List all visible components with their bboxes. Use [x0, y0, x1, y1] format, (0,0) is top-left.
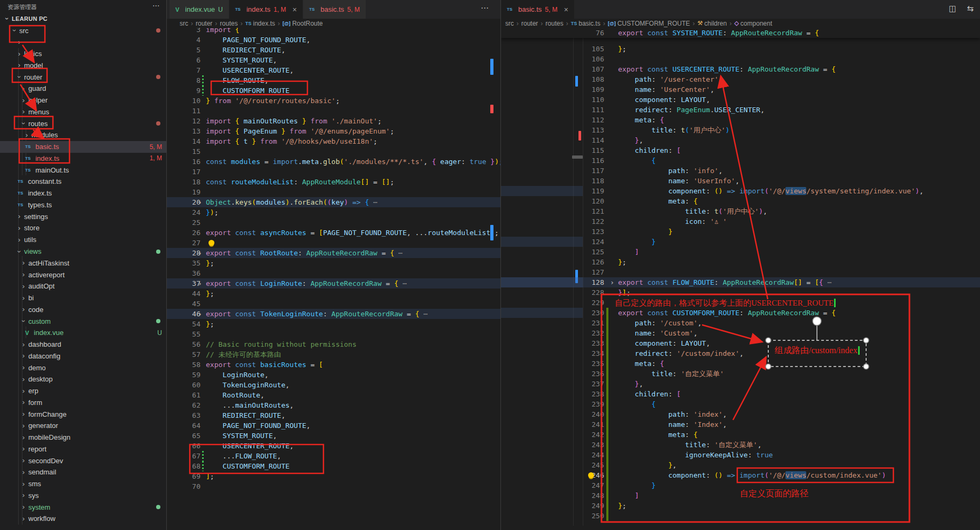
code-line-76[interactable]: 76export const SYSTEM_ROUTE: AppRouteRec… [501, 28, 980, 38]
code-line-233[interactable]: 233 component: LAYOUT, [501, 338, 980, 348]
code-line-67[interactable]: 67 ...FLOW_ROUTE, [167, 451, 500, 461]
tree-item-modules[interactable]: ›modules [0, 129, 166, 141]
code-line-232[interactable]: 232 name: 'Custom', [501, 328, 980, 338]
code-line-244[interactable]: 244 ignoreKeepAlive: true [501, 450, 980, 460]
code-line-239[interactable]: 239 { [501, 399, 980, 409]
tree-item-bi[interactable]: ›bi [0, 292, 166, 304]
tab-basic.ts[interactable]: TSbasic.ts5, M× [501, 0, 575, 19]
code-line-126[interactable]: 126}; [501, 257, 980, 267]
code-line-18[interactable]: 18const routeModuleList: AppRouteModule[… [167, 177, 500, 187]
code-line-117[interactable]: 117 path: 'info', [501, 166, 980, 176]
tree-item-actHiTaskinst[interactable]: ›actHiTaskinst [0, 257, 166, 269]
fold-chevron-icon[interactable]: › [198, 309, 202, 319]
code-line-58[interactable]: 58export const basicRoutes = [ [167, 360, 500, 370]
close-icon[interactable]: × [564, 5, 568, 14]
code-line-230[interactable]: 230export const CUSTOMFORM_ROUTE: AppRou… [501, 308, 980, 318]
code-line-119[interactable]: 119 component: () => import('/@/views/sy… [501, 186, 980, 196]
tree-item-menus[interactable]: ›menus [0, 106, 166, 118]
code-line-19[interactable]: 19 [167, 187, 500, 197]
explorer-more-icon[interactable]: ⋯ [152, 1, 160, 10]
code-line-120[interactable]: 120 meta: { [501, 196, 980, 206]
breadcrumb-item[interactable]: router [521, 20, 538, 27]
tree-item-helper[interactable]: ›helper [0, 95, 166, 106]
tree-item-views[interactable]: ›views [0, 246, 166, 258]
code-line-62[interactable]: 62 ...mainOutRoutes, [167, 400, 500, 410]
code-line-14[interactable]: 14import { t } from '/@/hooks/web/useI18… [167, 136, 500, 146]
code-line-64[interactable]: 64 PAGE_NOT_FOUND_ROUTE, [167, 420, 500, 431]
breadcrumb-item[interactable]: routes [220, 20, 237, 27]
code-line-245[interactable]: 245 }, [501, 460, 980, 470]
code-line-127[interactable]: 127 [501, 267, 980, 277]
tree-item-logics[interactable]: ›logics [0, 48, 166, 60]
tree-item-model[interactable]: ›model [0, 59, 166, 71]
fold-chevron-icon[interactable]: › [198, 278, 202, 289]
code-line-108[interactable]: 108 path: '/user-center', [501, 74, 980, 84]
tree-item-workflow[interactable]: ›workflow [0, 513, 166, 525]
tree-item-guard[interactable]: ›guard [0, 83, 166, 95]
tree-item-sys[interactable]: ›sys [0, 489, 166, 501]
open-changes-icon[interactable]: ⇆ [967, 4, 974, 13]
code-line-111[interactable]: 111 redirect: PageEnum.USER_CENTER, [501, 105, 980, 115]
code-line-26[interactable]: 26export const asyncRoutes = [PAGE_NOT_F… [167, 228, 500, 238]
tree-item-src[interactable]: ›src [0, 25, 166, 36]
tree-item-mobileDesign[interactable]: ›mobileDesign [0, 432, 166, 443]
lightbulb-icon[interactable] [209, 240, 214, 246]
code-line-66[interactable]: 66 USERCENTER_ROUTE, [167, 441, 500, 451]
code-line-65[interactable]: 65 SYSTEM_ROUTE, [167, 431, 500, 441]
code-line-113[interactable]: 113 title: t('用户中心') [501, 125, 980, 135]
code-line-54[interactable]: 54}; [167, 319, 500, 329]
code-line-60[interactable]: 60 TokenLoginRoute, [167, 380, 500, 390]
code-line-8[interactable]: 8 FLOW_ROUTE, [167, 75, 500, 85]
code-line-28[interactable]: 28›export const RootRoute: AppRouteRecor… [167, 248, 500, 258]
code-line-12[interactable]: 12import { mainOutRoutes } from './mainO… [167, 116, 500, 126]
fold-chevron-icon[interactable]: › [198, 197, 202, 207]
tree-item-routes[interactable]: ›routes [0, 118, 166, 129]
code-line-246[interactable]: 246 component: () => import('/@/views/cu… [501, 470, 980, 480]
code-line-7[interactable]: 7 USERCENTER_ROUTE, [167, 65, 500, 75]
code-line-57[interactable]: 57// 未经许可的基本路由 [167, 349, 500, 360]
breadcrumb-item[interactable]: index.ts [253, 20, 275, 27]
code-line-121[interactable]: 121 title: t('用户中心'), [501, 206, 980, 216]
tree-item-report[interactable]: ›report [0, 443, 166, 455]
code-line-118[interactable]: 118 name: 'UserInfo', [501, 176, 980, 186]
code-line-240[interactable]: 240 path: 'index', [501, 409, 980, 419]
code-line-35[interactable]: 35}; [167, 258, 500, 268]
code-line-70[interactable]: 70 [167, 481, 500, 492]
tree-item-custom[interactable]: ›custom [0, 315, 166, 327]
code-line-9[interactable]: 9 CUSTOMFORM_ROUTE [167, 85, 500, 96]
tree-item-types.ts[interactable]: TStypes.ts [0, 199, 166, 211]
tree-item-desktop[interactable]: ›desktop [0, 373, 166, 385]
breadcrumb-item[interactable]: RootRoute [292, 20, 322, 27]
code-line-107[interactable]: 107export const USERCENTER_ROUTE: AppRou… [501, 64, 980, 74]
code-line-128[interactable]: 128›export const FLOW_ROUTE: AppRouteRec… [501, 277, 980, 287]
code-line-46[interactable]: 46›export const TokenLoginRoute: AppRout… [167, 309, 500, 319]
code-line-238[interactable]: 238 children: [ [501, 389, 980, 399]
fold-chevron-icon[interactable]: › [198, 248, 202, 258]
code-line-236[interactable]: 236 title: '自定义菜单' [501, 369, 980, 379]
fold-chevron-icon[interactable]: › [610, 277, 614, 287]
tree-item-index.vue[interactable]: Vindex.vueU [0, 327, 166, 339]
code-line-229[interactable]: 229 [501, 298, 980, 308]
breadcrumb-item[interactable]: CUSTOMFORM_ROUTE [618, 20, 690, 27]
code-line-249[interactable]: 249}; [501, 501, 980, 511]
tree-item-basic.ts[interactable]: TSbasic.ts5, M [0, 141, 166, 153]
code-line-106[interactable]: 106 [501, 54, 980, 64]
tree-item-store[interactable]: ›store [0, 222, 166, 234]
tree-item-activereport[interactable]: ›activereport [0, 269, 166, 280]
code-line-36[interactable]: 36 [167, 268, 500, 278]
breadcrumb-item[interactable]: router [196, 20, 212, 27]
tree-item-hidden[interactable]: › [0, 36, 166, 48]
project-root[interactable]: ›LEARUN PC [0, 13, 166, 25]
tree-item-utils[interactable]: ›utils [0, 234, 166, 246]
code-line-59[interactable]: 59 LoginRoute, [167, 370, 500, 380]
breadcrumb-item[interactable]: src [180, 20, 188, 27]
breadcrumb-item[interactable]: basic.ts [578, 20, 600, 27]
code-line-115[interactable]: 115 children: [ [501, 145, 980, 155]
tree-item-generator[interactable]: ›generator [0, 420, 166, 432]
code-line-69[interactable]: 69]; [167, 471, 500, 481]
code-line-45[interactable]: 45 [167, 299, 500, 309]
code-line-247[interactable]: 247 } [501, 480, 980, 490]
breadcrumb-item[interactable]: src [505, 20, 514, 27]
code-line-231[interactable]: 231 path: '/custom', [501, 318, 980, 328]
code-line-61[interactable]: 61 RootRoute, [167, 390, 500, 400]
